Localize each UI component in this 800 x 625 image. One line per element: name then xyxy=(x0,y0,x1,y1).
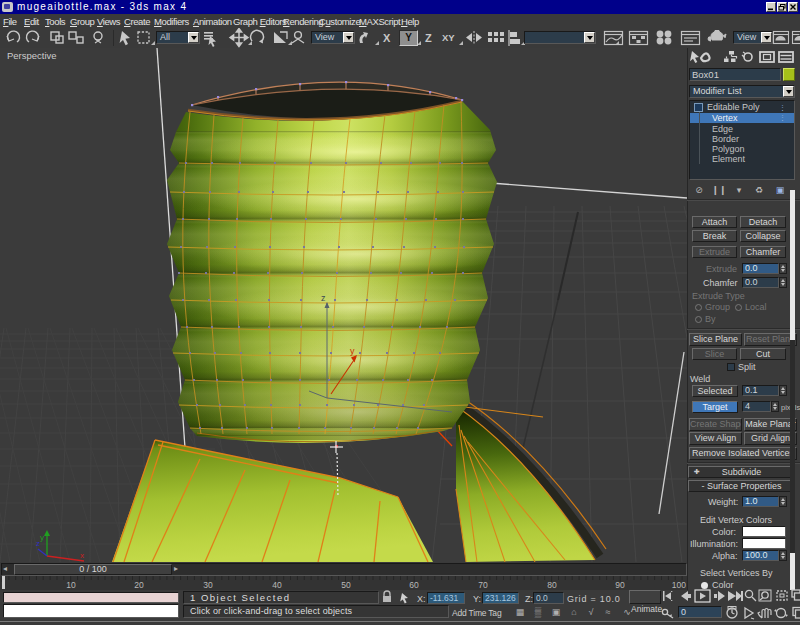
svg-text:x: x xyxy=(80,551,84,560)
svg-text:30: 30 xyxy=(203,580,213,590)
svg-text:Perspective: Perspective xyxy=(7,50,57,61)
svg-text:y: y xyxy=(350,346,355,356)
svg-text:40: 40 xyxy=(272,580,282,590)
svg-text:z: z xyxy=(321,293,326,303)
svg-text:Z: Z xyxy=(425,32,432,44)
svg-text:z: z xyxy=(36,539,40,548)
svg-text:20: 20 xyxy=(134,580,144,590)
svg-text:90: 90 xyxy=(615,580,625,590)
svg-text:10: 10 xyxy=(66,580,76,590)
svg-text:70: 70 xyxy=(478,580,488,590)
svg-text:50: 50 xyxy=(341,580,351,590)
svg-text:80: 80 xyxy=(547,580,557,590)
svg-text:XY: XY xyxy=(442,32,455,43)
svg-text:y: y xyxy=(40,533,44,542)
svg-text:60: 60 xyxy=(409,580,419,590)
